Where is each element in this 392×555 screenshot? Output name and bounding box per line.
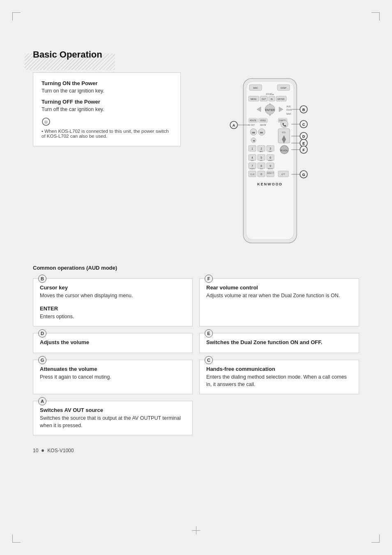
svg-text:ENTER: ENTER xyxy=(265,109,275,111)
svg-text:8: 8 xyxy=(261,164,262,167)
svg-text:📞: 📞 xyxy=(282,123,286,127)
page-number: 10 xyxy=(33,448,38,453)
op-title-vol: Adjusts the volume xyxy=(40,339,186,345)
svg-text:MNO: MNO xyxy=(268,160,272,162)
text-power-on: Turn on the car ignition key. xyxy=(42,88,172,94)
svg-text:OUT: OUT xyxy=(262,98,266,100)
svg-text:⏭: ⏭ xyxy=(260,131,263,134)
op-text-att: Press it again to cancel muting. xyxy=(40,374,186,381)
svg-text:JKL: JKL xyxy=(260,160,263,162)
svg-text:ATT: ATT xyxy=(281,173,285,176)
svg-text:AV OUT: AV OUT xyxy=(248,124,255,126)
badge-c: C xyxy=(205,356,213,364)
op-text-hands-free: Enters the dialing method selection mode… xyxy=(206,374,352,388)
text-power-off: Turn off the car ignition key. xyxy=(42,106,172,112)
op-card-b: B Cursor key Moves the cursor when displ… xyxy=(33,278,193,326)
op-card-a: A Switches AV OUT source Switches the so… xyxy=(33,401,193,435)
op-text-rear-vol: Adjusts volume at rear when the Dual Zon… xyxy=(206,292,352,300)
svg-text:1: 1 xyxy=(251,147,253,150)
badge-e: E xyxy=(205,329,213,338)
svg-text:5: 5 xyxy=(261,156,262,159)
svg-text:G: G xyxy=(302,173,305,177)
info-box: Turning ON the Power Turn on the car ign… xyxy=(33,72,181,146)
svg-text:DEF: DEF xyxy=(269,150,272,153)
svg-text:DISP: DISP xyxy=(281,87,286,89)
bottom-crosshair xyxy=(192,526,200,534)
top-section: Turning ON the Power Turn on the car ign… xyxy=(33,72,359,250)
svg-text:4: 4 xyxy=(251,156,253,159)
corner-bl xyxy=(12,534,21,543)
svg-text:ROUTE: ROUTE xyxy=(250,120,256,122)
svg-text:PQRS: PQRS xyxy=(250,168,255,170)
op-text-enter: Enters options. xyxy=(40,313,186,321)
svg-text:◀: ◀ xyxy=(253,139,255,142)
svg-text:7: 7 xyxy=(251,164,253,167)
op-card-c: C Hands-free communication Enters the di… xyxy=(199,360,359,394)
svg-text:E: E xyxy=(302,141,305,146)
op-text-av-out: Switches the source that is output at th… xyxy=(40,415,186,429)
op-title-enter: ENTER xyxy=(40,305,186,312)
op-title-dual: Switches the Dual Zone function ON and O… xyxy=(206,339,352,345)
svg-text:ABC: ABC xyxy=(260,150,263,153)
footer-dot xyxy=(42,449,44,452)
svg-text:WXYZ: WXYZ xyxy=(268,168,273,170)
svg-text:VOL: VOL xyxy=(282,131,286,134)
svg-text:B: B xyxy=(302,108,305,112)
badge-f: F xyxy=(205,275,213,283)
svg-text:2: 2 xyxy=(261,147,262,150)
svg-text:C: C xyxy=(302,123,305,127)
corner-tr xyxy=(371,12,380,21)
heading-power-on: Turning ON the Power xyxy=(42,80,172,86)
svg-text:SRC: SRC xyxy=(253,87,258,89)
page: Basic Operation Turning ON the Power Tur… xyxy=(0,0,392,555)
op-title-cursor: Cursor key xyxy=(40,284,186,291)
badge-a: A xyxy=(38,397,46,405)
svg-text:MENU: MENU xyxy=(251,98,257,100)
op-text-cursor: Moves the cursor when displaying menu. xyxy=(40,292,186,300)
badge-b: B xyxy=(38,275,46,283)
page-title: Basic Operation xyxy=(33,49,359,60)
model-name: KOS-V1000 xyxy=(47,448,74,453)
svg-text:GHI: GHI xyxy=(251,160,254,162)
svg-text:KENWOOD: KENWOOD xyxy=(257,182,283,186)
ops-grid: B Cursor key Moves the cursor when displ… xyxy=(33,278,359,435)
svg-text:D: D xyxy=(302,134,305,139)
svg-text:DIRECT: DIRECT xyxy=(267,172,274,174)
svg-text:6: 6 xyxy=(270,156,271,159)
svg-text:3: 3 xyxy=(270,147,271,150)
svg-text:ENTER: ENTER xyxy=(278,98,285,100)
page-footer: 10 KOS-V1000 xyxy=(33,448,359,453)
svg-text:AM-FM: AM-FM xyxy=(260,124,266,126)
svg-text:ZOOM▲: ZOOM▲ xyxy=(266,93,274,95)
power-note: When KOS-L702 is connected to this unit,… xyxy=(42,129,172,139)
svg-text:⊟: ⊟ xyxy=(44,120,48,124)
badge-g: G xyxy=(38,356,46,364)
svg-text:IN: IN xyxy=(271,98,273,100)
heading-power-off: Turning OFF the Power xyxy=(42,99,172,105)
svg-text:TUV: TUV xyxy=(260,168,263,170)
svg-text:DUAL: DUAL xyxy=(286,109,292,111)
svg-text:CLR: CLR xyxy=(250,173,254,176)
op-card-d: D Adjusts the volume xyxy=(33,333,193,353)
op-card-g: G Attenuates the volume Press it again t… xyxy=(33,360,193,394)
ignition-icon: ⊟ xyxy=(42,117,51,126)
remote-svg: SRC DISP ZOOM▲ MENU OUT IN ENTER xyxy=(229,76,311,249)
op-title-att: Attenuates the volume xyxy=(40,366,186,372)
svg-text:0: 0 xyxy=(261,173,262,176)
section-title: Common operations (AUD mode) xyxy=(33,265,359,271)
corner-br xyxy=(371,534,380,543)
svg-text:A: A xyxy=(233,123,235,127)
op-title-rear-vol: Rear volume control xyxy=(206,284,352,291)
op-title-hands-free: Hands-free communication xyxy=(206,366,352,372)
icon-line: ⊟ xyxy=(42,117,51,126)
svg-text:NAVI: NAVI xyxy=(286,113,291,115)
badge-d: D xyxy=(38,329,46,338)
svg-text:⏮: ⏮ xyxy=(252,131,255,134)
corner-tl xyxy=(12,12,21,21)
svg-text:F: F xyxy=(302,148,305,152)
op-title-av-out: Switches AV OUT source xyxy=(40,407,186,413)
op-card-e: E Switches the Dual Zone function ON and… xyxy=(199,333,359,353)
svg-text:AUD: AUD xyxy=(286,105,291,108)
remote-container: SRC DISP ZOOM▲ MENU OUT IN ENTER xyxy=(229,76,319,250)
svg-text:R.VOL: R.VOL xyxy=(281,149,288,152)
